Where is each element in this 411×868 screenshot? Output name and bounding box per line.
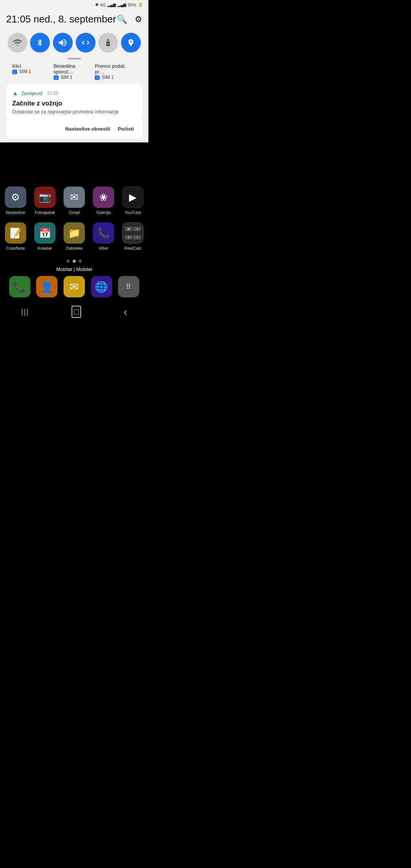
fotoaparat-icon: 📷 [34, 187, 56, 208]
nastavitve-label: Nastavitve [6, 210, 25, 215]
dock-phone[interactable]: 📞 [9, 276, 30, 297]
flashlight-toggle[interactable] [98, 33, 118, 53]
app-koledar[interactable]: 📅 Koledar [31, 222, 59, 251]
gmail-label: Gmail [69, 210, 80, 215]
settings-icon[interactable]: ⚙ [135, 14, 142, 24]
network-type-label: 4G [100, 3, 106, 7]
datoteke-label: Datoteke [66, 246, 83, 251]
sim-calls-sim: 1 SIM 1 [12, 69, 54, 74]
dock-browser[interactable]: 🌐 [91, 276, 112, 297]
dock-contacts[interactable]: 👤 [36, 276, 57, 297]
notif-settings-button[interactable]: Nastavitve obvestil [63, 124, 113, 133]
wifi-toggle[interactable] [8, 33, 27, 53]
fotoaparat-label: Fotoaparat [35, 210, 55, 215]
volume-toggle[interactable] [53, 33, 73, 53]
colornote-icon: 📝 [5, 222, 26, 244]
nastavitve-icon: ⚙ [5, 187, 26, 208]
bluetooth-status-icon: ✱ [95, 2, 99, 7]
sim-row: Klici 1 SIM 1 Besedilna sporoč… 1 SIM 1 … [6, 62, 142, 84]
notif-body: Dotaknite se za najnovejše prometne info… [12, 109, 136, 115]
koledar-label: Koledar [38, 246, 52, 251]
realcalc-label: RealCalc [124, 246, 142, 251]
date-row: 21:05 ned., 8. september 🔍 ⚙ [6, 10, 142, 30]
sim-badge-1: 1 [12, 70, 17, 74]
header-action-icons: 🔍 ⚙ [117, 14, 142, 24]
nav-home-button[interactable]: □ [72, 306, 81, 318]
galerija-icon: ❀ [93, 187, 114, 208]
status-icons: ✱ 4G ▂▄▆ ▂▄▆ 55% 🔋 [95, 2, 143, 7]
nav-bar: ||| □ ‹ [0, 301, 148, 325]
signal-bars-1: ▂▄▆ [107, 3, 116, 7]
panel-handle [6, 56, 142, 62]
search-icon[interactable]: 🔍 [117, 14, 127, 24]
app-datoteke[interactable]: 📁 Datoteke [60, 222, 88, 251]
sim-sms: Besedilna sporoč… 1 SIM 1 [54, 63, 95, 80]
bluetooth-toggle[interactable] [30, 33, 50, 53]
data-toggle[interactable] [76, 33, 96, 53]
gmail-icon: ✉ [64, 187, 85, 208]
app-viber[interactable]: 📞 Viber [90, 222, 118, 251]
sim-calls: Klici 1 SIM 1 [12, 63, 54, 80]
sim-badge-3: 1 [95, 75, 100, 80]
nav-back-button[interactable]: ‹ [124, 306, 127, 318]
koledar-icon: 📅 [34, 222, 56, 244]
dock-app-drawer[interactable]: ⠿ [118, 276, 139, 297]
sim-sms-sim: 1 SIM 1 [54, 75, 95, 80]
viber-label: Viber [99, 246, 108, 251]
sim-data-label: Prenos podat. pr… [95, 63, 136, 75]
notification-panel: 21:05 ned., 8. september 🔍 ⚙ [0, 10, 148, 142]
page-dot-2 [73, 260, 76, 263]
carrier-label: Mobitel | Mobitel [0, 266, 148, 274]
datoteke-icon: 📁 [64, 222, 85, 244]
signal-bars-2: ▂▄▆ [118, 3, 126, 7]
app-colornote[interactable]: 📝 ColorNote [2, 222, 29, 251]
notif-actions: Nastavitve obvestil Počisti [6, 121, 142, 139]
sim-data: Prenos podat. pr… 1 SIM 1 [95, 63, 136, 80]
battery-icon: 🔋 [138, 2, 143, 7]
battery-label: 55% [128, 3, 136, 7]
notif-title: Začnite z vožnjo [12, 100, 136, 107]
status-bar: ✱ 4G ▂▄▆ ▂▄▆ 55% 🔋 [0, 0, 148, 10]
sim-badge-2: 1 [54, 75, 59, 80]
app-grid-row1: ⚙ Nastavitve 📷 Fotoaparat ✉ Gmail ❀ Gale… [0, 183, 148, 219]
notif-header: ▲ Zemljevid 21:05 [12, 90, 136, 97]
youtube-icon: ▶ [122, 187, 143, 208]
youtube-label: YouTube [125, 210, 141, 215]
app-fotoaparat[interactable]: 📷 Fotoaparat [31, 187, 59, 215]
app-realcalc[interactable]: ✕ ÷ + − RealCalc [119, 222, 147, 251]
nav-menu-button[interactable]: ||| [21, 308, 29, 316]
app-youtube[interactable]: ▶ YouTube [119, 187, 147, 215]
sim-calls-label: Klici [12, 63, 54, 69]
page-dot-1 [67, 260, 70, 263]
dock-messages[interactable]: ✉ [64, 276, 85, 297]
notif-app-name: Zemljevid [21, 91, 43, 96]
app-grid-row2: 📝 ColorNote 📅 Koledar 📁 Datoteke 📞 Viber… [0, 219, 148, 254]
viber-icon: 📞 [93, 222, 114, 244]
app-nastavitve[interactable]: ⚙ Nastavitve [2, 187, 29, 215]
page-dot-3 [79, 260, 82, 263]
realcalc-icon: ✕ ÷ + − [122, 222, 143, 244]
sim-data-sim: 1 SIM 1 [95, 75, 136, 80]
colornote-label: ColorNote [6, 246, 25, 251]
notif-time: 21:05 [47, 91, 58, 96]
page-indicator [0, 254, 148, 266]
date-time-display: 21:05 ned., 8. september [6, 13, 116, 25]
dock: 📞 👤 ✉ 🌐 ⠿ [0, 274, 148, 301]
location-toggle[interactable] [121, 33, 141, 53]
notif-clear-button[interactable]: Počisti [115, 124, 136, 133]
app-gmail[interactable]: ✉ Gmail [60, 187, 88, 215]
app-galerija[interactable]: ❀ Galerija [90, 187, 118, 215]
maps-icon: ▲ [12, 90, 18, 97]
galerija-label: Galerija [96, 210, 111, 215]
quick-toggles-row [6, 30, 142, 56]
sim-sms-label: Besedilna sporoč… [54, 63, 95, 75]
notification-card[interactable]: ▲ Zemljevid 21:05 Začnite z vožnjo Dotak… [6, 84, 142, 121]
